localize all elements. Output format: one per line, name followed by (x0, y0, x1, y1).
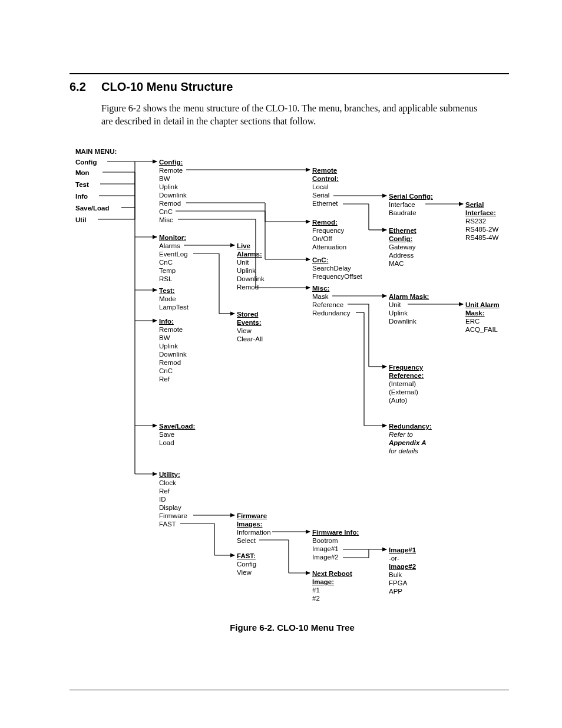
section-heading: 6.2 CLO-10 Menu Structure (70, 80, 509, 94)
nextreboot-title: Next Reboot (312, 569, 352, 578)
ethcfg-item: MAC (389, 259, 404, 268)
fwinfo-item: Bootrom (312, 536, 338, 545)
utility-item: ID (159, 495, 166, 503)
config-item: Remote (159, 166, 183, 174)
serialif-title: Serial (465, 200, 484, 209)
ethcfg-item: Address (389, 251, 414, 259)
config-item: CnC (159, 207, 173, 216)
fwinfo-title: Firmware Info: (312, 528, 359, 536)
test-item: Mode (159, 295, 176, 303)
nextreboot-item: #1 (312, 586, 320, 594)
redund-note: Appendix A (389, 439, 426, 447)
live-sub: Alarms: (237, 250, 262, 258)
info-title: Info: (159, 317, 174, 325)
remod-item: On/Off (312, 235, 332, 243)
config-item: Misc (159, 216, 173, 224)
saveload-item: Load (159, 439, 174, 447)
figure-wrap: MAIN MENU: Config Mon Test Info Save/Loa… (75, 144, 509, 633)
redund-title: Redundancy: (389, 422, 432, 430)
remote-item: Ethernet (312, 199, 338, 207)
main-menu-label: MAIN MENU: (75, 147, 117, 156)
config-item: Downlink (159, 191, 187, 199)
top-rule (70, 73, 509, 74)
misc-title: Misc: (312, 284, 329, 292)
live-title: Live (237, 242, 250, 250)
intro-paragraph: Figure 6-2 shows the menu structure of t… (101, 102, 478, 127)
fast-item: View (237, 568, 252, 577)
image-item: Bulk (389, 571, 402, 579)
monitor-item: RSL (159, 275, 172, 283)
unitalarm-sub: Mask: (465, 309, 485, 317)
test-item: LampTest (159, 303, 189, 311)
serialif-item: RS485-4W (465, 233, 498, 242)
freqref-item: (Internal) (389, 380, 416, 388)
monitor-title: Monitor: (159, 233, 186, 242)
nextreboot-item: #2 (312, 594, 320, 602)
main-item: Util (75, 216, 87, 224)
freqref-sub: Reference: (389, 371, 424, 380)
image2-title: Image#2 (389, 562, 416, 571)
info-item: CnC (159, 367, 173, 375)
utility-item: Firmware (159, 512, 187, 520)
misc-item: Reference (312, 301, 343, 309)
utility-item: Display (159, 503, 181, 512)
stored-item: Clear-All (237, 335, 263, 343)
ethcfg-title: Ethernet (389, 226, 416, 235)
serialif-item: RS232 (465, 217, 486, 225)
unitalarm-item: ERC (465, 317, 480, 325)
monitor-item: Alarms (159, 242, 180, 250)
remote-item: Local (312, 183, 329, 191)
firmware-sub: Images: (237, 520, 262, 528)
image-item: APP (389, 587, 402, 595)
image-or: -or- (389, 554, 399, 562)
info-item: Remote (159, 325, 183, 334)
monitor-item: CnC (159, 258, 173, 266)
main-item: Test (75, 180, 89, 189)
misc-item: Mask (312, 292, 328, 301)
main-item: Save/Load (75, 204, 110, 212)
saveload-item: Save (159, 430, 174, 439)
firmware-item: Select (237, 536, 256, 545)
cnc-title: CnC: (312, 256, 328, 264)
config-item: Remod (159, 199, 181, 207)
live-item: Downlink (237, 275, 265, 283)
utility-title: Utility: (159, 470, 180, 479)
remote-item: Serial (312, 191, 329, 199)
live-item: Unit (237, 258, 249, 266)
serialif-item: RS485-2W (465, 225, 498, 233)
cnc-item: SearchDelay (312, 264, 351, 272)
freqref-item: (Auto) (389, 396, 407, 404)
image1-title: Image#1 (389, 546, 416, 554)
stored-sub: Events: (237, 318, 262, 327)
alarmmask-item: Uplink (389, 309, 408, 317)
utility-item: Ref (159, 487, 170, 495)
stored-title: Stored (237, 310, 258, 318)
firmware-title: Firmware (237, 512, 267, 520)
info-item: Ref (159, 375, 170, 383)
fwinfo-item: Image#1 (312, 545, 339, 553)
main-item: Info (75, 192, 88, 200)
figure-caption: Figure 6-2. CLO-10 Menu Tree (75, 622, 509, 633)
fwinfo-item: Image#2 (312, 553, 339, 561)
connectors (75, 144, 511, 610)
remod-item: Attenuation (312, 243, 346, 251)
config-item: BW (159, 174, 170, 183)
stored-item: View (237, 327, 252, 335)
ethcfg-sub: Config: (389, 235, 412, 243)
utility-item: FAST (159, 520, 176, 528)
monitor-item: EventLog (159, 250, 188, 258)
redund-note: Refer to (389, 430, 413, 439)
freqref-item: (External) (389, 388, 418, 396)
unitalarm-item: ACQ_FAIL (465, 325, 498, 334)
config-item: Uplink (159, 183, 178, 191)
misc-item: Redundancy (312, 309, 351, 317)
config-title: Config: (159, 158, 183, 166)
fast-item: Config (237, 560, 256, 568)
saveload-title: Save/Load: (159, 422, 195, 430)
serialcfg-item: Baudrate (389, 209, 416, 217)
test-title: Test: (159, 286, 175, 295)
nextreboot-sub: Image: (312, 578, 334, 586)
remod-title: Remod: (312, 218, 338, 226)
live-item: Remod (237, 283, 259, 291)
section-number: 6.2 (70, 80, 101, 94)
